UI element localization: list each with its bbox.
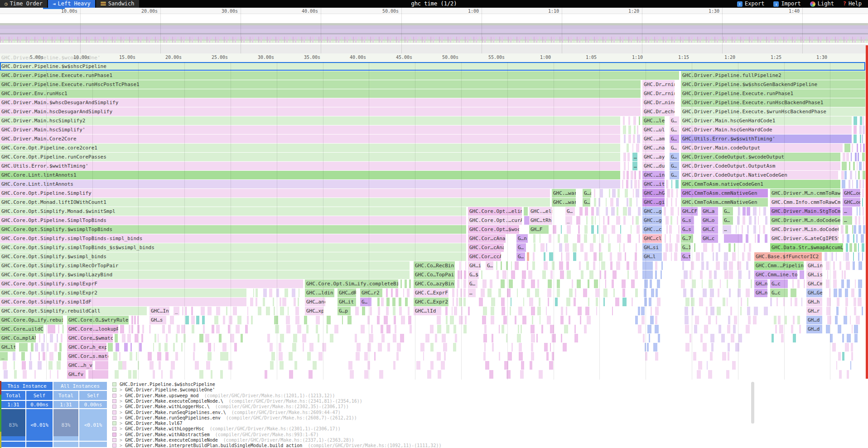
flame-frame-sliver[interactable] [846, 261, 849, 270]
flame-frame-sliver[interactable] [395, 325, 396, 333]
flame-chart[interactable]: GHC.Driver.Pipeline.$w$shscPipelineGHC.D… [0, 62, 868, 380]
flame-frame-sliver[interactable] [532, 261, 535, 270]
flame-frame[interactable]: … [723, 225, 731, 234]
flame-frame-sliver[interactable] [502, 325, 505, 333]
flame-frame-sliver[interactable] [637, 125, 638, 134]
flame-frame-sliver[interactable] [627, 234, 632, 243]
flame-frame-sliver[interactable] [452, 289, 454, 297]
flame-frame-sliver[interactable] [842, 234, 844, 243]
flame-frame-sliver[interactable] [623, 216, 626, 225]
flame-frame[interactable] [800, 270, 804, 279]
flame-frame-sliver[interactable] [441, 361, 445, 370]
flame-frame[interactable]: GHC.Cor…ccAnal [468, 252, 501, 261]
flame-frame-sliver[interactable] [734, 316, 737, 324]
flame-frame-sliver[interactable] [661, 270, 662, 279]
flame-frame[interactable]: GHC.Core.Lint.lintAnnots [0, 180, 620, 188]
flame-frame-sliver[interactable] [623, 243, 625, 252]
flame-frame-sliver[interactable] [47, 343, 48, 352]
flame-frame-sliver[interactable] [728, 243, 731, 252]
flame-frame[interactable]: GHC.Core.Opt.Simplify.$wsimplTopBinds [0, 225, 466, 234]
flame-frame-sliver[interactable] [594, 279, 598, 288]
flame-frame[interactable]: GHC.Core.Opt.Pipeline.SimplTopBinds [0, 216, 466, 225]
flame-frame-sliver[interactable] [306, 325, 309, 333]
flame-frame-sliver[interactable] [852, 144, 853, 152]
flame-frame-sliver[interactable] [747, 298, 748, 306]
flame-frame[interactable]: GH…d [806, 316, 822, 324]
flame-frame-sliver[interactable] [637, 225, 640, 234]
flame-frame-sliver[interactable] [223, 316, 225, 324]
flame-frame-sliver[interactable] [266, 307, 270, 315]
flame-frame-sliver[interactable] [14, 370, 17, 379]
flame-frame-sliver[interactable] [647, 325, 651, 333]
flame-frame-sliver[interactable] [118, 361, 122, 370]
flame-frame-sliver[interactable] [357, 343, 361, 352]
flame-frame-sliver[interactable] [327, 316, 331, 324]
flame-frame-sliver[interactable] [649, 334, 650, 342]
flame-frame-sliver[interactable] [181, 343, 183, 352]
flame-frame[interactable]: GHC.Core.Opt.Simplify.simplTopBinds-simp… [0, 234, 466, 243]
flame-frame-sliver[interactable] [544, 343, 548, 352]
flame-frame-sliver[interactable] [606, 198, 607, 207]
flame-frame-sliver[interactable] [309, 343, 313, 352]
flame-frame-sliver[interactable] [579, 261, 581, 270]
flame-frame[interactable]: GHC.Driver.Pipeline.Execute.runPhase1 [681, 89, 865, 98]
flame-frame-sliver[interactable] [612, 307, 613, 315]
flame-frame-sliver[interactable] [862, 198, 863, 207]
flame-frame-sliver[interactable] [759, 207, 760, 216]
flame-frame-sliver[interactable] [464, 270, 466, 279]
flame-frame-sliver[interactable] [612, 225, 615, 234]
flame-frame-sliver[interactable] [263, 289, 266, 297]
flame-frame-sliver[interactable] [723, 298, 725, 306]
flame-frame-sliver[interactable] [858, 153, 859, 161]
flame-frame[interactable]: G… [583, 198, 590, 207]
flame-frame-sliver[interactable] [22, 361, 26, 370]
flame-frame-sliver[interactable] [855, 171, 857, 179]
flame-frame-sliver[interactable] [234, 343, 237, 352]
flame-frame-sliver[interactable] [527, 289, 530, 297]
flame-frame-sliver[interactable] [437, 316, 441, 324]
flame-frame-sliver[interactable] [502, 307, 505, 315]
flame-frame-sliver[interactable] [405, 279, 407, 288]
flame-frame-sliver[interactable] [463, 325, 467, 333]
flame-frame-sliver[interactable] [663, 252, 667, 261]
flame-frame-sliver[interactable] [207, 307, 212, 315]
flame-frame-sliver[interactable] [849, 243, 852, 252]
flame-frame-sliver[interactable] [362, 307, 365, 315]
flame-frame-sliver[interactable] [130, 343, 132, 352]
flame-frame-sliver[interactable] [609, 189, 610, 198]
flame-frame-sliver[interactable] [367, 361, 370, 370]
flame-frame-sliver[interactable] [591, 216, 593, 225]
flame-frame-sliver[interactable] [716, 252, 718, 261]
flame-frame-sliver[interactable] [600, 189, 603, 198]
flame-frame[interactable]: GHC.Driver.M…n.doCodeGen [770, 216, 840, 225]
flame-frame-sliver[interactable] [861, 234, 864, 243]
flame-frame-sliver[interactable] [645, 352, 647, 361]
flame-frame-sliver[interactable] [371, 325, 373, 333]
flame-frame-sliver[interactable] [845, 298, 848, 306]
flame-frame-sliver[interactable] [601, 261, 605, 270]
flame-frame[interactable] [854, 125, 857, 134]
flame-frame-sliver[interactable] [548, 279, 552, 288]
flame-frame-sliver[interactable] [727, 325, 730, 333]
flame-frame-sliver[interactable] [684, 270, 688, 279]
flame-frame-sliver[interactable] [265, 370, 267, 379]
flame-frame-sliver[interactable] [594, 189, 595, 198]
flame-frame-sliver[interactable] [409, 279, 411, 288]
flame-frame-sliver[interactable] [858, 225, 861, 234]
flame-frame-sliver[interactable] [667, 189, 670, 198]
flame-frame-sliver[interactable] [410, 325, 412, 333]
flame-frame-sliver[interactable] [392, 298, 395, 306]
flame-frame-sliver[interactable] [851, 153, 852, 161]
flame-frame-sliver[interactable] [503, 316, 507, 324]
flame-frame-sliver[interactable] [738, 279, 741, 288]
flame-frame-sliver[interactable] [617, 189, 620, 198]
flame-frame[interactable]: GHC.Driver.M…n.cmmToRawCm [770, 189, 840, 198]
flame-frame[interactable]: G… [670, 116, 679, 125]
flame-frame-sliver[interactable] [506, 261, 508, 270]
flame-frame-sliver[interactable] [122, 361, 126, 370]
flame-frame-sliver[interactable] [408, 316, 411, 324]
flame-frame-sliver[interactable] [330, 334, 333, 342]
flame-frame-sliver[interactable] [518, 325, 520, 333]
flame-frame-sliver[interactable] [690, 270, 691, 279]
flame-frame-sliver[interactable] [636, 216, 639, 225]
